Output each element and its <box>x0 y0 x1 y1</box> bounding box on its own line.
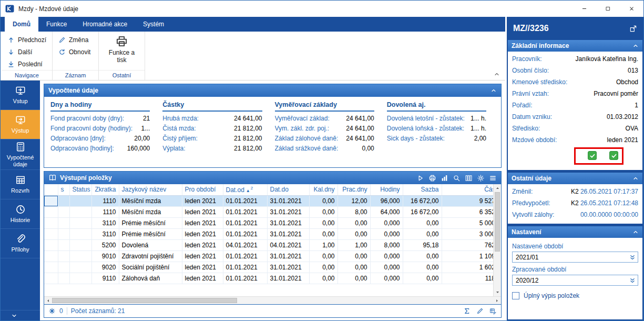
cell[interactable]: 1,00 <box>309 239 338 250</box>
cell[interactable]: 31.01.2021 <box>267 228 309 239</box>
cell[interactable]: 0,00 <box>338 250 370 262</box>
cell[interactable]: 1 109,00 <box>442 250 493 262</box>
table-row[interactable]: 3110Prémie měsíčníleden 202101.01.202131… <box>44 217 493 228</box>
row-selector-cell[interactable] <box>44 239 58 250</box>
cell[interactable]: 01.01.2021 <box>223 217 267 228</box>
cell[interactable]: 0,00 <box>338 217 370 228</box>
column-header-jazykov-n-zev[interactable]: Jazykový název <box>119 184 182 195</box>
row-selector-cell[interactable] <box>44 228 58 239</box>
cell[interactable]: 0,00 <box>338 273 370 284</box>
sidebar-item-vystup[interactable]: Výstup <box>1 110 40 139</box>
column-header--stka[interactable]: Částka <box>442 184 493 195</box>
maximize-button[interactable] <box>596 1 620 17</box>
cell[interactable]: 9110 <box>91 273 119 284</box>
cell[interactable]: 3110 <box>91 217 119 228</box>
column-header-prac-dny[interactable]: Prac.dny <box>338 184 370 195</box>
cell[interactable]: 0,00 <box>309 250 338 262</box>
cell[interactable]: 31.01.2021 <box>267 195 309 206</box>
cell[interactable]: 01.01.2021 <box>223 250 267 262</box>
cell[interactable]: 16 672,00 <box>403 195 442 206</box>
cell[interactable]: leden 2021 <box>182 206 223 217</box>
table-row[interactable]: 3110Prémie měsíčníleden 202101.01.202131… <box>44 228 493 239</box>
cell[interactable]: 0,000 <box>370 273 403 284</box>
cell[interactable]: 01.01.2021 <box>223 206 267 217</box>
cell[interactable] <box>69 206 91 217</box>
cell[interactable]: 118,00 <box>442 273 493 284</box>
period-field[interactable]: 2021/01 <box>512 252 638 263</box>
row-selector-cell[interactable] <box>44 195 58 206</box>
cell[interactable]: 64,000 <box>370 206 403 217</box>
funkce-a-tisk-button[interactable]: Funkce a tisk <box>105 33 139 70</box>
cell[interactable] <box>69 228 91 239</box>
cell[interactable]: leden 2021 <box>182 217 223 228</box>
cell[interactable]: 3110 <box>91 228 119 239</box>
cell[interactable]: 96,000 <box>370 195 403 206</box>
cell[interactable]: 1110 <box>91 206 119 217</box>
chevron-up-icon[interactable] <box>632 43 639 49</box>
vertical-scrollbar[interactable] <box>493 184 501 296</box>
cell[interactable]: 0,00 <box>403 273 442 284</box>
row-selector-cell[interactable] <box>44 206 58 217</box>
cell[interactable] <box>69 195 91 206</box>
tab-hromadne-akce[interactable]: Hromadné akce <box>75 17 135 32</box>
printer-icon[interactable] <box>428 174 436 182</box>
vscroll-track[interactable] <box>494 192 501 288</box>
row-selector-cell[interactable] <box>44 273 58 284</box>
menu-icon[interactable] <box>489 174 497 182</box>
table-edit-button[interactable] <box>489 307 497 315</box>
cell[interactable]: 6 352,00 <box>442 206 493 217</box>
cell[interactable]: 8,000 <box>370 239 403 250</box>
cell[interactable] <box>58 206 69 217</box>
column-header-sazba[interactable]: Sazba <box>403 184 442 195</box>
cell[interactable]: 9010 <box>91 250 119 262</box>
dropdown-period-icon[interactable] <box>629 277 636 284</box>
cell[interactable]: 01.01.2021 <box>223 262 267 273</box>
scroll-down-button[interactable] <box>495 290 500 295</box>
sidebar-footer-toggle[interactable] <box>1 310 40 320</box>
cell[interactable]: 0,000 <box>370 217 403 228</box>
cell[interactable]: Dovolená <box>119 239 182 250</box>
column-header-hodiny[interactable]: Hodiny <box>370 184 403 195</box>
cell[interactable]: 31.01.2021 <box>267 250 309 262</box>
column-header-dat-do[interactable]: Dat.do <box>267 184 309 195</box>
search-icon[interactable] <box>453 174 461 182</box>
cell[interactable] <box>58 228 69 239</box>
cell[interactable]: leden 2021 <box>182 195 223 206</box>
scroll-left-button[interactable] <box>46 298 50 303</box>
column-header-dat-od[interactable]: Dat.od▲2 <box>223 184 267 195</box>
cell[interactable]: 01.01.2021 <box>223 228 267 239</box>
columns-icon[interactable] <box>465 174 473 182</box>
cell[interactable]: 0,00 <box>338 228 370 239</box>
dropdown-period-icon[interactable] <box>629 254 636 261</box>
cell[interactable] <box>69 217 91 228</box>
cell[interactable]: 0,000 <box>370 250 403 262</box>
cell[interactable] <box>58 262 69 273</box>
cell[interactable]: 1110 <box>91 195 119 206</box>
vscroll-thumb[interactable] <box>495 192 500 252</box>
table-row[interactable]: 9110Zálohová daňleden 202101.01.202131.0… <box>44 273 493 284</box>
row-selector-cell[interactable] <box>44 250 58 262</box>
chevron-up-icon[interactable] <box>632 229 639 235</box>
table-row[interactable]: 1110Měsíční mzdaleden 202101.01.202131.0… <box>44 195 493 206</box>
cell[interactable]: Zálohová daň <box>119 273 182 284</box>
tab-domu[interactable]: Domů <box>5 17 38 32</box>
cell[interactable]: 762,00 <box>442 239 493 250</box>
cell[interactable]: 12,00 <box>338 195 370 206</box>
table-row[interactable]: 9010Zdravotní pojištěníleden 202101.01.2… <box>44 250 493 262</box>
cell[interactable]: 3 000,00 <box>442 228 493 239</box>
sidebar-item-prilohy[interactable]: Přílohy <box>1 229 40 258</box>
cell[interactable]: 0,00 <box>309 195 338 206</box>
cell[interactable]: 01.01.2021 <box>223 195 267 206</box>
column-header-s[interactable]: s <box>58 184 69 195</box>
column-header-zkratka[interactable]: Zkratka <box>91 184 119 195</box>
cell[interactable] <box>69 273 91 284</box>
cell[interactable]: 1,00 <box>338 239 370 250</box>
column-header-pro-obdob-[interactable]: Pro období <box>182 184 223 195</box>
cell[interactable]: 0,00 <box>403 250 442 262</box>
edit-button[interactable] <box>476 307 484 315</box>
posledni-button[interactable]: Poslední <box>5 58 48 70</box>
tab-system[interactable]: Systém <box>135 17 172 32</box>
cell[interactable]: 0,00 <box>309 228 338 239</box>
cell[interactable]: leden 2021 <box>182 228 223 239</box>
cell[interactable]: 04.01.2021 <box>267 239 309 250</box>
